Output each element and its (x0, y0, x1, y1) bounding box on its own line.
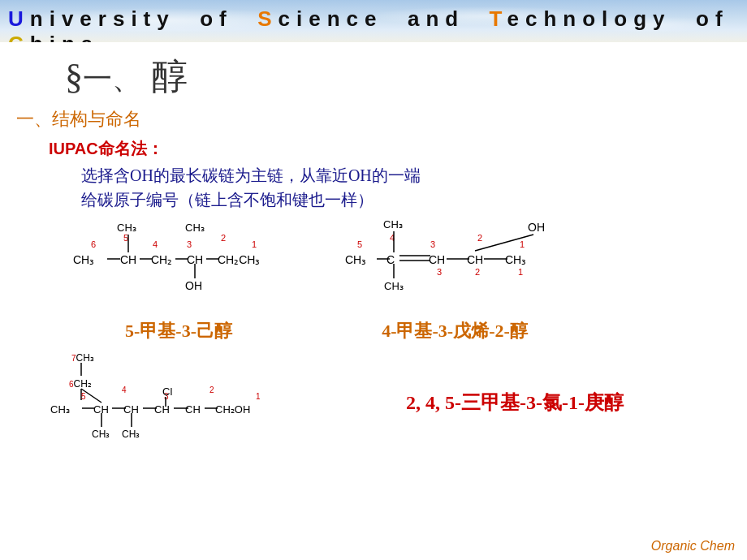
structure-1-svg: CH₃ 6 5 4 3 2 1 CH₃ CH CH₂ (65, 217, 292, 314)
section-title: §一、 醇 (65, 50, 731, 101)
title-of2: of (671, 6, 741, 31)
svg-text:1: 1 (252, 239, 257, 249)
iupac-colon: ： (147, 140, 163, 157)
title-U: U (8, 6, 30, 31)
svg-text:2: 2 (477, 233, 482, 243)
svg-text:5: 5 (123, 233, 128, 243)
svg-text:CH₃: CH₃ (384, 280, 404, 292)
description-line2: 给碳原子编号（链上含不饱和键也一样） (81, 187, 731, 212)
svg-text:CH₃: CH₃ (117, 222, 136, 234)
svg-text:3: 3 (437, 267, 442, 277)
structure-3-svg: 7CH₃ 6CH₂ 5 4 3 2 1 CH₃ (49, 348, 390, 454)
description-line1: 选择含OH的最长碳链为主链，从靠近OH的一端 (81, 163, 731, 187)
title-and: and (382, 6, 489, 31)
svg-text:2: 2 (475, 267, 480, 277)
svg-text:CH₃: CH₃ (185, 222, 205, 234)
svg-text:2: 2 (221, 233, 226, 243)
structure-2: OH 5 4 3 2 1 CH₃ C CH (341, 217, 568, 343)
svg-text:CH₃: CH₃ (122, 429, 140, 440)
section-name: 醇 (152, 57, 188, 97)
svg-text:3: 3 (430, 239, 435, 249)
iupac-description: 选择含OH的最长碳链为主链，从靠近OH的一端 给碳原子编号（链上含不饱和键也一样… (81, 163, 731, 212)
section-number: 一、 (83, 62, 141, 95)
svg-text:2: 2 (209, 386, 214, 394)
compound2-name: 4-甲基-3-戊烯-2-醇 (341, 319, 568, 343)
svg-text:CH₃: CH₃ (345, 253, 366, 266)
compound3-name: 2, 4, 5-三甲基-3-氯-1-庚醇 (406, 392, 624, 413)
svg-text:Cl: Cl (162, 386, 172, 398)
svg-text:CH₃: CH₃ (50, 403, 70, 416)
svg-text:OH: OH (528, 221, 545, 234)
svg-text:CH₂CH₃: CH₂CH₃ (218, 253, 260, 266)
svg-text:CH₂: CH₂ (151, 253, 172, 266)
svg-text:CH: CH (154, 403, 170, 416)
svg-text:OH: OH (185, 279, 202, 292)
svg-text:3: 3 (187, 239, 192, 249)
structure-1: CH₃ 6 5 4 3 2 1 CH₃ CH CH₂ (65, 217, 292, 343)
svg-text:7CH₃: 7CH₃ (71, 352, 94, 364)
main-content: §一、 醇 一、结构与命名 IUPAC命名法： 选择含OH的最长碳链为主链，从靠… (0, 42, 747, 560)
svg-text:1: 1 (518, 267, 523, 277)
svg-text:6: 6 (91, 239, 96, 249)
title-cience: cience (279, 6, 383, 31)
svg-line-38 (475, 235, 533, 251)
iupac-text: IUPAC命名法 (49, 140, 147, 157)
svg-text:CH₃: CH₃ (505, 253, 526, 266)
iupac-label: IUPAC命名法： (49, 138, 731, 160)
svg-text:CH: CH (467, 253, 483, 266)
svg-text:CH₃: CH₃ (383, 218, 403, 230)
title-of1: of (175, 6, 257, 31)
svg-text:1: 1 (520, 239, 525, 249)
svg-text:CH₃: CH₃ (73, 253, 94, 266)
compound1-name: 5-甲基-3-己醇 (65, 319, 292, 343)
svg-text:6CH₂: 6CH₂ (69, 378, 92, 390)
svg-text:5: 5 (357, 239, 362, 249)
section-symbol: § (65, 57, 83, 97)
svg-text:CH: CH (429, 253, 445, 266)
svg-text:CH: CH (120, 253, 136, 266)
svg-text:5: 5 (81, 392, 86, 401)
svg-text:4: 4 (153, 239, 158, 249)
title-T: T (490, 6, 507, 31)
svg-text:CH₂OH: CH₂OH (215, 403, 250, 416)
svg-text:CH₃: CH₃ (92, 429, 110, 440)
svg-text:4: 4 (122, 386, 127, 394)
title-echnology: echnology (507, 6, 671, 31)
svg-text:1: 1 (256, 392, 261, 401)
svg-text:CH: CH (185, 403, 201, 416)
footer-label: Organic Chem (651, 539, 735, 554)
title-S: S (257, 6, 278, 31)
title-niversity: niversity (30, 6, 175, 31)
structure-3: 7CH₃ 6CH₂ 5 4 3 2 1 CH₃ (49, 348, 390, 457)
structure-2-svg: OH 5 4 3 2 1 CH₃ C CH (341, 217, 568, 314)
compound3-name-label: 2, 4, 5-三甲基-3-氯-1-庚醇 (406, 390, 624, 416)
subsection-title: 一、结构与命名 (16, 107, 731, 131)
